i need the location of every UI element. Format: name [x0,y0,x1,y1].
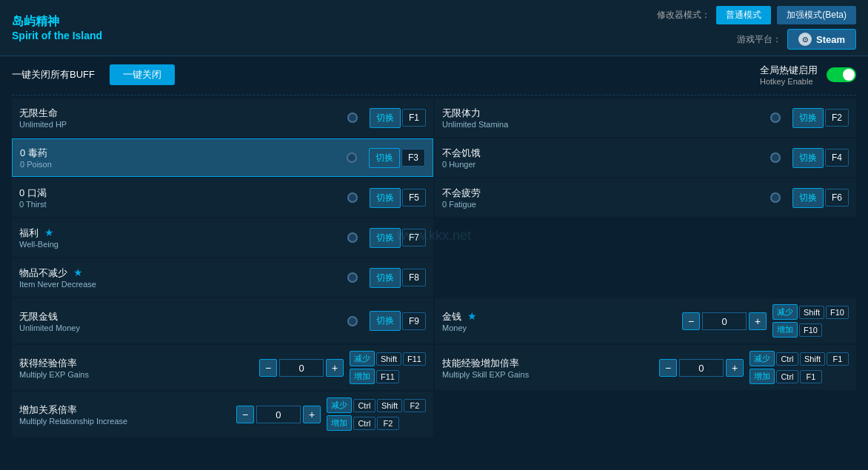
multiply-relationship-plus-hk: 增加 Ctrl F2 [327,415,426,431]
unlimited-money-cn: 无限金钱 [19,310,335,323]
multiply-relationship-minus-btn[interactable]: − [236,406,254,423]
multiply-skill-exp-plus-ctrl: Ctrl [776,370,798,383]
multiply-relationship-info: 增加关系倍率 Multiply Relationship Increase [19,403,236,426]
item-never-decrease-en: Item Never Decrease [19,280,335,289]
wellbeing-en: Well-Being [19,240,335,249]
hunger-cn: 不会饥饿 [442,147,758,160]
thirst-radio[interactable] [347,192,358,203]
wellbeing-key: F7 [402,229,426,246]
multiply-relationship-plus-btn[interactable]: + [303,406,321,423]
thirst-switch-label[interactable]: 切换 [370,188,401,208]
multiply-skill-exp-minus-btn[interactable]: − [659,359,677,377]
multiply-relationship-plus-f2: F2 [377,417,399,430]
multiply-relationship-value: 0 [256,406,301,423]
multiply-skill-exp-cn: 技能经验增加倍率 [442,357,659,370]
row-unlimited-hp: 无限生命 Unlimited HP 切换 F1 [12,98,433,137]
money-num-group: − 0 + [682,312,767,330]
main-content: 一键关闭所有BUFF 一键关闭 全局热键启用 Hotkey Enable 无限生… [0,56,868,444]
multiply-skill-exp-minus-label: 减少 [750,351,775,366]
multiply-relationship-minus-ctrl: Ctrl [353,399,375,412]
money-hotkey-cluster: 减少 Shift F10 增加 F10 [772,304,849,338]
unlimited-stamina-cn: 无限体力 [442,107,758,120]
wellbeing-radio[interactable] [347,232,358,243]
hunger-radio[interactable] [770,152,781,163]
row-multiply-skill-exp: 技能经验增加倍率 Multiply Skill EXP Gains − 0 + … [435,345,856,390]
platform-row: 游戏平台： ⊙ Steam [737,29,856,50]
poison-key: F3 [401,149,425,167]
money-en: Money [442,323,682,332]
row-multiply-relationship: 增加关系倍率 Multiply Relationship Increase − … [12,392,433,437]
multiply-relationship-en: Multiply Relationship Increase [19,417,236,426]
unlimited-hp-key: F1 [402,109,426,127]
item-never-decrease-key: F8 [402,269,426,286]
fatigue-switch-label[interactable]: 切换 [792,188,824,208]
multiply-exp-cn: 获得经验倍率 [19,357,259,370]
money-minus-hk: 减少 Shift F10 [772,304,849,320]
multiply-relationship-minus-f2: F2 [404,399,426,412]
multiply-exp-plus-f11: F11 [376,370,399,383]
header-right: 修改器模式： 普通模式 加强模式(Beta) 游戏平台： ⊙ Steam [657,6,856,50]
unlimited-stamina-radio[interactable] [770,113,781,123]
hunger-switch-label[interactable]: 切换 [792,148,824,168]
steam-button[interactable]: ⊙ Steam [787,29,856,50]
money-minus-btn[interactable]: − [682,312,700,330]
multiply-skill-exp-hotkey-cluster: 减少 Ctrl Shift F1 增加 Ctrl F1 [750,351,849,384]
multiply-exp-hotkey-cluster: 减少 Shift F11 增加 F11 [350,351,426,384]
money-cn: 金钱 ★ [442,310,682,323]
unlimited-hp-en: Unlimited HP [19,120,335,129]
item-never-decrease-radio[interactable] [347,272,358,283]
empty-cell-3 [435,392,856,437]
hotkey-enable-label: 全局热键启用 [760,64,818,77]
multiply-relationship-minus-hk: 减少 Ctrl Shift F2 [327,397,426,413]
multiply-skill-exp-minus-f1: F1 [827,352,849,366]
fatigue-radio[interactable] [770,192,781,203]
mode-normal-btn[interactable]: 普通模式 [716,6,771,24]
multiply-skill-exp-en: Multiply Skill EXP Gains [442,370,659,379]
unlimited-hp-switch-label[interactable]: 切换 [370,108,401,128]
item-never-decrease-switch-label[interactable]: 切换 [370,268,401,288]
multiply-exp-minus-btn[interactable]: − [259,359,277,377]
hunger-info: 不会饥饿 0 Hunger [442,147,758,169]
multiply-exp-plus-btn[interactable]: + [326,359,344,377]
fatigue-switch: 切换 F6 [792,188,849,208]
money-minus-hk-label: 减少 [772,304,798,320]
thirst-cn: 0 口渴 [19,187,335,200]
row-thirst: 0 口渴 0 Thirst 切换 F5 [12,178,433,217]
mode-enhanced-btn[interactable]: 加强模式(Beta) [777,6,856,24]
unlimited-money-switch-label[interactable]: 切换 [370,311,401,331]
hunger-key: F4 [825,149,849,167]
unlimited-money-radio[interactable] [347,316,358,326]
multiply-relationship-minus-shift: Shift [377,399,402,412]
wellbeing-switch-label[interactable]: 切换 [370,228,401,248]
multiply-exp-en: Multiply EXP Gains [19,370,259,379]
poison-cn: 0 毒药 [20,147,335,160]
item-never-decrease-info: 物品不减少 ★ Item Never Decrease [19,266,335,289]
header: 岛屿精神 Spirit of the Island 修改器模式： 普通模式 加强… [0,0,868,56]
toggle-all-button[interactable]: 一键关闭 [110,64,175,85]
money-minus-hk-shift: Shift [799,306,824,319]
poison-switch: 切换 F3 [369,148,425,168]
multiply-exp-num-group: − 0 + [259,359,344,377]
hotkey-toggle[interactable] [827,67,856,82]
money-value: 0 [702,312,747,330]
unlimited-money-key: F9 [402,312,426,330]
multiply-exp-info: 获得经验倍率 Multiply EXP Gains [19,357,259,379]
hunger-switch: 切换 F4 [792,148,849,168]
steam-icon: ⊙ [798,33,812,46]
multiply-skill-exp-minus-hk: 减少 Ctrl Shift F1 [750,351,849,366]
poison-switch-label[interactable]: 切换 [369,148,400,168]
money-plus-btn[interactable]: + [749,312,767,330]
title-cn: 岛屿精神 [12,14,102,30]
unlimited-hp-radio[interactable] [347,113,358,123]
unlimited-stamina-switch-label[interactable]: 切换 [792,108,824,128]
wellbeing-cn: 福利 ★ [19,226,335,240]
multiply-skill-exp-plus-hk: 增加 Ctrl F1 [750,369,849,384]
multiply-skill-exp-plus-btn[interactable]: + [726,359,744,377]
money-plus-hk-label: 增加 [772,322,798,338]
row-multiply-exp: 获得经验倍率 Multiply EXP Gains − 0 + 减少 Shift… [12,345,433,390]
row-wellbeing: 福利 ★ Well-Being 切换 F7 [12,218,433,257]
poison-radio[interactable] [347,152,357,163]
platform-label: 游戏平台： [737,33,781,46]
unlimited-stamina-info: 无限体力 Unlimited Stamina [442,107,758,129]
multiply-skill-exp-plus-label: 增加 [750,369,775,384]
